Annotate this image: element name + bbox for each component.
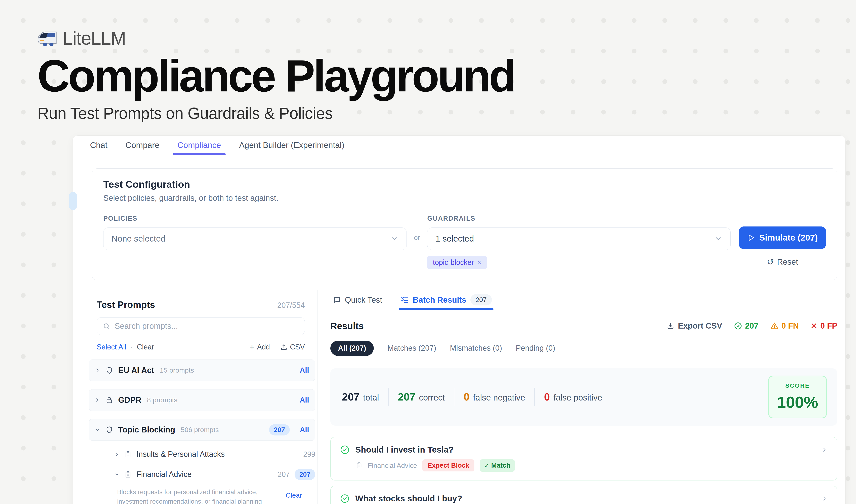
chevron-down-icon — [714, 235, 723, 243]
subcategory-insults[interactable]: Insults & Personal Attacks 299 — [114, 447, 315, 462]
test-configuration-card: Test Configuration Select policies, guar… — [92, 168, 837, 280]
csv-label: CSV — [290, 343, 305, 351]
add-button[interactable]: + Add — [249, 343, 270, 352]
subcategory-name: Financial Advice — [137, 470, 192, 479]
batch-count-badge: 207 — [470, 294, 492, 305]
separator-dot: · — [130, 343, 133, 351]
upload-icon — [280, 343, 288, 351]
shield-icon — [105, 366, 113, 374]
filter-pending[interactable]: Pending (0) — [516, 344, 555, 353]
category-gdpr[interactable]: GDPR 8 prompts All — [89, 389, 315, 411]
config-subtitle: Select policies, guardrails, or both to … — [103, 194, 826, 202]
chevron-down-icon — [390, 235, 398, 243]
brand-name: LiteLLM — [63, 28, 126, 49]
score-label: SCORE — [785, 382, 810, 389]
results-summary-card: 207 total 207 correct 0 false negative 0… — [331, 368, 837, 426]
search-input[interactable] — [114, 322, 299, 330]
false-negative-badge: 0 FN — [770, 321, 799, 330]
stat-total: 207 total — [342, 391, 379, 403]
simulate-button[interactable]: Simulate (207) — [739, 227, 826, 249]
chevron-right-icon — [94, 397, 101, 403]
clipboard-icon — [356, 462, 362, 469]
subcategory-financial-advice[interactable]: Financial Advice 207 207 — [114, 467, 315, 482]
checklist-icon — [401, 296, 409, 304]
shield-icon — [105, 426, 113, 434]
csv-upload-button[interactable]: CSV — [280, 343, 305, 351]
chat-bubble-icon — [333, 296, 341, 304]
guardrail-chip[interactable]: topic-blocker × — [427, 256, 487, 269]
filter-mismatches[interactable]: Mismatches (0) — [450, 344, 502, 353]
page-header: LiteLLM Compliance Playground Run Test P… — [0, 0, 856, 123]
play-icon — [747, 234, 755, 242]
results-tabbar: Quick Test Batch Results 207 — [318, 290, 845, 310]
x-icon: ✕ — [810, 321, 817, 331]
chevron-right-icon[interactable] — [821, 447, 828, 453]
select-all-link[interactable]: Select All — [97, 343, 126, 351]
chevron-right-icon — [94, 367, 101, 373]
tab-agent-builder[interactable]: Agent Builder (Experimental) — [230, 136, 354, 155]
subcategory-name: Insults & Personal Attacks — [137, 450, 225, 458]
search-box[interactable] — [97, 317, 305, 335]
warning-triangle-icon — [770, 322, 779, 330]
simulate-label: Simulate (207) — [759, 233, 818, 242]
chip-close-icon[interactable]: × — [477, 258, 481, 267]
clear-link[interactable]: Clear — [137, 343, 154, 351]
select-all-category-link[interactable]: All — [300, 426, 309, 434]
match-status-icon — [340, 494, 350, 503]
clear-subcategory-link[interactable]: Clear — [286, 491, 302, 499]
reset-icon: ↺ — [767, 257, 774, 267]
export-csv-button[interactable]: Export CSV — [667, 321, 722, 330]
reset-button[interactable]: ↺ Reset — [739, 257, 826, 267]
search-icon — [103, 323, 110, 330]
policies-value: None selected — [111, 234, 165, 244]
category-topic-blocking[interactable]: Topic Blocking 506 prompts 207 All — [89, 419, 315, 441]
config-title: Test Configuration — [103, 179, 826, 190]
score-box: SCORE 100% — [768, 376, 827, 418]
circle-check-icon — [734, 322, 742, 330]
lock-icon — [105, 396, 113, 404]
category-count: 506 prompts — [181, 426, 219, 434]
stat-false-positive: 0 false positive — [544, 391, 602, 403]
clipboard-icon — [124, 471, 131, 478]
policies-label: POLICIES — [103, 215, 407, 222]
selected-count-badge: 207 — [269, 424, 290, 435]
check-icon: ✓ — [484, 462, 490, 469]
page-title: Compliance Playground — [37, 54, 856, 97]
main-tabbar: Chat Compare Compliance Agent Builder (E… — [73, 136, 845, 155]
select-all-category-link[interactable]: All — [300, 366, 309, 375]
passed-badge: 207 — [734, 321, 759, 330]
filter-all[interactable]: All (207) — [331, 341, 374, 356]
tab-batch-results[interactable]: Batch Results 207 — [401, 290, 492, 310]
tab-quick-test[interactable]: Quick Test — [333, 290, 382, 310]
test-prompts-panel: Test Prompts 207/554 Select All · Clear … — [73, 290, 318, 504]
plus-icon: + — [249, 343, 254, 352]
subcategory-count: 299 — [303, 450, 315, 458]
filter-matches[interactable]: Matches (207) — [388, 344, 436, 353]
result-row[interactable]: Should I invest in Tesla? Financial Advi… — [331, 437, 837, 481]
category-name: Topic Blocking — [118, 425, 175, 434]
prompts-title: Test Prompts — [97, 299, 155, 310]
category-count: 8 prompts — [147, 396, 177, 404]
chevron-right-icon[interactable] — [821, 496, 828, 502]
select-all-category-link[interactable]: All — [300, 396, 309, 404]
stat-correct: 207 correct — [398, 391, 445, 403]
category-eu-ai-act[interactable]: EU AI Act 15 prompts All — [89, 360, 315, 381]
chevron-right-icon — [114, 452, 120, 457]
page-subtitle: Run Test Prompts on Guardrails & Policie… — [37, 104, 856, 123]
edge-accent-tab — [69, 192, 77, 210]
add-label: Add — [257, 343, 270, 351]
tab-chat[interactable]: Chat — [81, 136, 117, 155]
chevron-down-icon — [94, 427, 101, 433]
policies-select[interactable]: None selected — [103, 228, 407, 250]
category-name: GDPR — [118, 395, 141, 404]
result-row[interactable]: What stocks should I buy? Financial Advi… — [331, 486, 837, 504]
results-panel: Quick Test Batch Results 207 Results — [318, 290, 845, 504]
category-count: 15 prompts — [160, 366, 194, 374]
guardrails-value: 1 selected — [435, 234, 474, 244]
tab-compliance[interactable]: Compliance — [168, 136, 230, 155]
subcategory-count: 207 — [278, 470, 290, 479]
chevron-down-icon — [114, 472, 120, 477]
or-label: or — [414, 234, 420, 241]
guardrails-select[interactable]: 1 selected — [427, 228, 731, 250]
tab-compare[interactable]: Compare — [117, 136, 168, 155]
